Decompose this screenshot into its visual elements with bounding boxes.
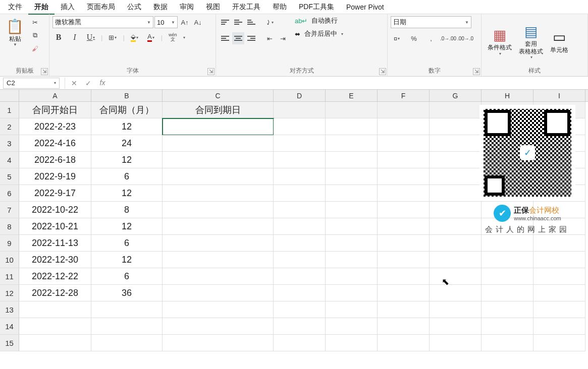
cell[interactable] [430, 185, 482, 202]
cell[interactable] [326, 335, 378, 351]
cell[interactable]: 6 [91, 168, 163, 185]
cell[interactable] [163, 335, 274, 351]
font-launcher[interactable]: ⇲ [207, 68, 215, 75]
cell[interactable] [274, 335, 326, 351]
decrease-indent-button[interactable]: ⇤ [263, 32, 276, 44]
select-all-corner[interactable] [0, 90, 19, 102]
tab-home[interactable]: 开始 [28, 1, 55, 15]
tab-dev[interactable]: 开发工具 [226, 1, 266, 14]
cell[interactable] [378, 185, 430, 202]
cell[interactable]: 2022-10-21 [19, 218, 91, 235]
row-header[interactable]: 5 [0, 168, 19, 185]
cell[interactable] [430, 202, 482, 218]
cell[interactable] [533, 152, 585, 168]
col-header-F[interactable]: F [378, 90, 430, 101]
cell[interactable]: 12 [91, 118, 163, 135]
cell[interactable] [326, 185, 378, 202]
cell[interactable]: 12 [91, 252, 163, 268]
number-launcher[interactable]: ⇲ [473, 68, 480, 75]
cell[interactable] [533, 318, 585, 335]
col-header-B[interactable]: B [91, 90, 163, 101]
cell[interactable] [533, 102, 585, 118]
cell[interactable] [378, 218, 430, 235]
cell[interactable] [274, 152, 326, 168]
comma-button[interactable]: , [425, 32, 437, 44]
cell[interactable] [274, 102, 326, 118]
cell[interactable]: 24 [91, 135, 163, 152]
cell[interactable] [533, 185, 585, 202]
cell[interactable] [274, 235, 326, 252]
border-button[interactable]: ⊞▾ [106, 31, 119, 43]
merge-center-button[interactable]: ⬌ 合并后居中 ▾ [295, 29, 343, 38]
tab-view[interactable]: 视图 [200, 1, 226, 14]
number-format-combo[interactable]: 日期▼ [391, 16, 471, 28]
cell[interactable]: 合同期（月） [91, 102, 163, 118]
cell[interactable] [378, 335, 430, 351]
cell[interactable] [326, 318, 378, 335]
orientation-button[interactable]: ⤸▾ [263, 16, 276, 28]
cell[interactable] [482, 218, 533, 235]
cell-style-button[interactable]: ▭ 单元格 [547, 27, 571, 54]
cell[interactable] [533, 335, 585, 351]
cell[interactable] [482, 185, 533, 202]
cell[interactable] [326, 168, 378, 185]
cell[interactable]: 2022-12-30 [19, 252, 91, 268]
cell[interactable] [274, 218, 326, 235]
increase-indent-button[interactable]: ⇥ [277, 32, 289, 44]
cell[interactable] [430, 168, 482, 185]
cell[interactable] [533, 168, 585, 185]
row-header[interactable]: 12 [0, 285, 19, 301]
row-header[interactable]: 8 [0, 218, 19, 235]
decrease-decimal-button[interactable]: .00→.0 [459, 32, 471, 44]
cell[interactable] [163, 318, 274, 335]
cell[interactable] [533, 252, 585, 268]
cell[interactable] [326, 285, 378, 301]
increase-decimal-button[interactable]: .0→.00 [442, 32, 454, 44]
cell[interactable] [91, 335, 163, 351]
row-header[interactable]: 10 [0, 252, 19, 268]
wrap-text-button[interactable]: ab↵ 自动换行 [295, 16, 343, 25]
tab-insert[interactable]: 插入 [55, 1, 81, 14]
align-left-button[interactable] [219, 32, 231, 44]
tab-powerpivot[interactable]: Power Pivot [340, 1, 390, 13]
cell[interactable] [533, 268, 585, 285]
cell[interactable]: 合同到期日 [163, 102, 274, 118]
cell[interactable]: 12 [91, 152, 163, 168]
cell[interactable] [378, 152, 430, 168]
cell[interactable] [482, 118, 533, 135]
cell[interactable] [163, 285, 274, 301]
cell[interactable] [163, 235, 274, 252]
row-header[interactable]: 2 [0, 118, 19, 135]
col-header-C[interactable]: C [163, 90, 274, 101]
conditional-format-button[interactable]: ▦ 条件格式 ▾ [485, 25, 515, 56]
cell[interactable] [482, 318, 533, 335]
cell[interactable]: 2022-2-23 [19, 118, 91, 135]
cell[interactable] [378, 102, 430, 118]
cell[interactable] [533, 285, 585, 301]
align-launcher[interactable]: ⇲ [379, 68, 386, 75]
cell[interactable]: 6 [91, 235, 163, 252]
cell[interactable] [274, 118, 326, 135]
cell[interactable] [430, 218, 482, 235]
bold-button[interactable]: B [52, 31, 65, 43]
cell[interactable] [326, 135, 378, 152]
col-header-E[interactable]: E [326, 90, 378, 101]
tab-layout[interactable]: 页面布局 [81, 1, 121, 14]
cell[interactable] [378, 202, 430, 218]
cell[interactable] [533, 301, 585, 318]
row-header[interactable]: 1 [0, 102, 19, 118]
cell[interactable] [533, 235, 585, 252]
cell[interactable] [19, 335, 91, 351]
cell[interactable]: 8 [91, 202, 163, 218]
cell[interactable] [430, 335, 482, 351]
name-box[interactable]: C2▾ [3, 78, 60, 89]
cell[interactable] [274, 285, 326, 301]
cell[interactable]: 2022-9-17 [19, 185, 91, 202]
cell[interactable] [482, 301, 533, 318]
tab-file[interactable]: 文件 [2, 1, 28, 14]
increase-font-button[interactable]: A↑ [179, 16, 191, 28]
align-bottom-button[interactable] [245, 16, 257, 28]
cut-button[interactable]: ✂ [29, 16, 41, 28]
cell[interactable] [482, 135, 533, 152]
cell[interactable] [274, 318, 326, 335]
